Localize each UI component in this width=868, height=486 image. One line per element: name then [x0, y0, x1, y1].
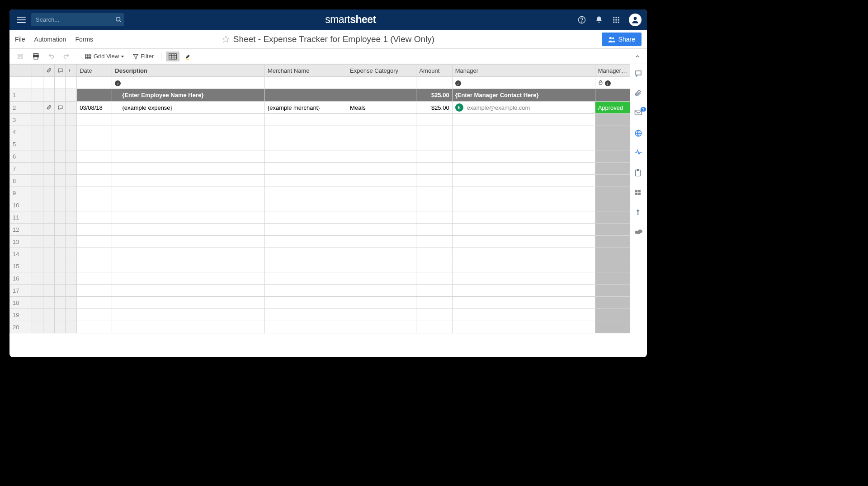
cell-description[interactable] — [112, 224, 265, 236]
row-number[interactable]: 15 — [10, 260, 32, 272]
cell-description[interactable] — [112, 114, 265, 126]
row-comment-icon[interactable] — [54, 138, 66, 150]
cell-approval[interactable] — [595, 114, 630, 126]
cell-category[interactable] — [347, 114, 416, 126]
cell-amount[interactable] — [416, 309, 452, 321]
cell-manager[interactable] — [452, 321, 595, 333]
cell-merchant[interactable] — [264, 163, 347, 175]
cell-manager[interactable] — [452, 297, 595, 309]
cell-date[interactable] — [77, 187, 112, 199]
cell-description[interactable] — [112, 187, 265, 199]
cell-manager[interactable] — [452, 126, 595, 138]
cell-amount[interactable] — [416, 211, 452, 224]
cell-manager[interactable] — [452, 224, 595, 236]
table-row[interactable]: 12 — [10, 224, 630, 236]
cell-merchant[interactable]: {example merchant} — [264, 102, 347, 114]
col-amount[interactable]: Amount — [416, 65, 452, 77]
help-icon[interactable] — [577, 15, 586, 24]
cell-date[interactable] — [77, 126, 112, 138]
manager-info-icon[interactable]: i — [455, 80, 461, 86]
cell-amount[interactable] — [416, 126, 452, 138]
table-row[interactable]: 19 — [10, 309, 630, 321]
col-approval[interactable]: Manager Appr — [595, 65, 630, 77]
row-attachment-icon[interactable] — [43, 187, 55, 199]
expand-header[interactable] — [32, 65, 43, 77]
cell-amount[interactable] — [416, 163, 452, 175]
row-attachment-icon[interactable] — [43, 272, 55, 285]
attachment-header[interactable] — [43, 65, 55, 77]
cell-date[interactable]: 03/08/18 — [77, 102, 112, 114]
cell-description[interactable] — [112, 321, 265, 333]
row-comment-icon[interactable] — [54, 114, 66, 126]
cell-date[interactable] — [77, 297, 112, 309]
row-comment-icon[interactable] — [54, 199, 66, 211]
cell-amount[interactable] — [416, 272, 452, 285]
cell-merchant[interactable] — [264, 321, 347, 333]
table-row[interactable]: 14 — [10, 248, 630, 260]
row-comment-icon[interactable] — [54, 163, 66, 175]
cell-amount[interactable] — [416, 224, 452, 236]
table-row[interactable]: 8 — [10, 175, 630, 187]
cell-approval[interactable] — [595, 321, 630, 333]
cell-amount[interactable] — [416, 260, 452, 272]
row-number[interactable]: 20 — [10, 321, 32, 333]
menu-forms[interactable]: Forms — [75, 36, 93, 43]
row-number[interactable]: 11 — [10, 211, 32, 224]
summary-manager[interactable]: {Enter Manager Contact Here} — [452, 89, 595, 102]
row-number[interactable]: 8 — [10, 175, 32, 187]
cell-description[interactable] — [112, 199, 265, 211]
connector-salesforce-icon[interactable] — [634, 229, 643, 238]
cell-approval[interactable] — [595, 224, 630, 236]
cell-date[interactable] — [77, 175, 112, 187]
row-comment-icon[interactable] — [54, 211, 66, 224]
table-row[interactable]: 7 — [10, 163, 630, 175]
table-row[interactable]: 2 03/08/18 {example expense} {example me… — [10, 102, 630, 114]
cell-approval[interactable] — [595, 163, 630, 175]
cell-amount[interactable] — [416, 150, 452, 163]
row-comment-icon[interactable] — [54, 297, 66, 309]
cell-category[interactable] — [347, 187, 416, 199]
row-attachment-icon[interactable] — [43, 126, 55, 138]
cell-description[interactable] — [112, 236, 265, 248]
cell-amount[interactable] — [416, 236, 452, 248]
row-number[interactable]: 14 — [10, 248, 32, 260]
row-number[interactable]: 18 — [10, 297, 32, 309]
cell-approval[interactable] — [595, 211, 630, 224]
cell-approval[interactable] — [595, 187, 630, 199]
cell-approval[interactable] — [595, 260, 630, 272]
row-number[interactable]: 2 — [10, 102, 32, 114]
cell-description[interactable] — [112, 150, 265, 163]
cell-category[interactable] — [347, 297, 416, 309]
row-comment-icon[interactable] — [54, 126, 66, 138]
attachments-panel-icon[interactable] — [634, 89, 643, 98]
table-row[interactable]: 1 {Enter Employee Name Here} $25.00 {Ent… — [10, 89, 630, 102]
menu-automation[interactable]: Automation — [34, 36, 66, 43]
table-row[interactable]: 3 — [10, 114, 630, 126]
comments-panel-icon[interactable] — [634, 70, 643, 79]
share-button[interactable]: Share — [602, 33, 642, 46]
row-comment-icon[interactable] — [54, 260, 66, 272]
cell-category[interactable] — [347, 211, 416, 224]
row-number[interactable]: 6 — [10, 150, 32, 163]
search-icon[interactable] — [115, 16, 122, 23]
row-comment-icon[interactable] — [54, 309, 66, 321]
cell-manager[interactable] — [452, 285, 595, 297]
cell-date[interactable] — [77, 285, 112, 297]
cell-approval[interactable] — [595, 150, 630, 163]
row-attachment-icon[interactable] — [43, 236, 55, 248]
col-merchant[interactable]: Merchant Name — [264, 65, 347, 77]
cell-approval[interactable] — [595, 248, 630, 260]
cell-description[interactable]: {example expense} — [112, 102, 265, 114]
cell-category[interactable] — [347, 260, 416, 272]
cell-description[interactable] — [112, 248, 265, 260]
description-info-icon[interactable]: i — [115, 80, 121, 86]
requests-panel-icon[interactable]: ? — [634, 109, 643, 118]
cell-category[interactable] — [347, 126, 416, 138]
cell-approval[interactable] — [595, 138, 630, 150]
cell-amount[interactable] — [416, 187, 452, 199]
cell-category[interactable] — [347, 138, 416, 150]
row-attachment-icon[interactable] — [43, 199, 55, 211]
data-grid[interactable]: i Date Description Merchant Name Expense… — [9, 64, 630, 333]
cell-category[interactable] — [347, 321, 416, 333]
row-comment-icon[interactable] — [54, 236, 66, 248]
